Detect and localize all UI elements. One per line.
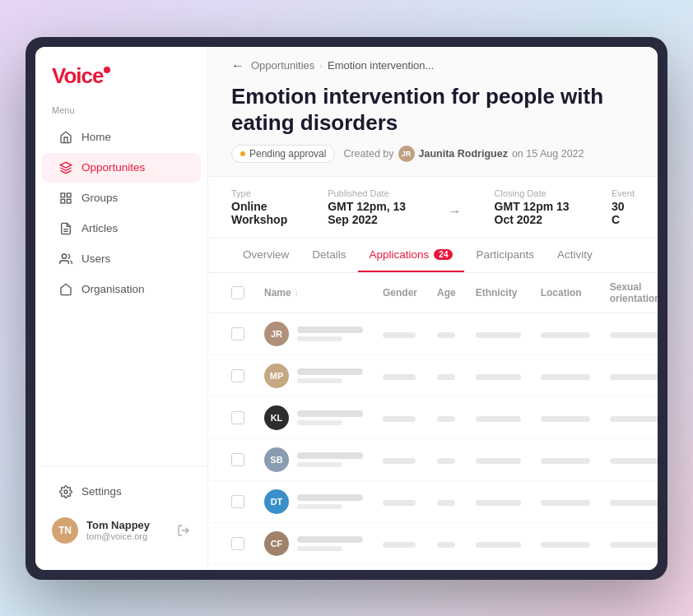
status-badge: Pending approval	[231, 145, 335, 163]
cell-ethnicity	[476, 332, 521, 338]
breadcrumb-parent[interactable]: Opportunities	[251, 59, 314, 72]
table-row[interactable]: JR	[208, 313, 658, 354]
tab-details-label: Details	[312, 248, 346, 261]
tabs-bar: Overview Details Applications 24 Partici…	[208, 239, 658, 273]
sidebar-item-organisation[interactable]: Organisation	[42, 275, 201, 304]
tab-applications[interactable]: Applications 24	[358, 239, 465, 272]
row-checkbox[interactable]	[231, 495, 244, 508]
sidebar-item-label-organisation: Organisation	[81, 283, 145, 295]
user-profile[interactable]: TN Tom Nappey tom@voice.org	[35, 507, 207, 553]
detail-event: Event 30 C	[612, 188, 635, 226]
name-line-secondary	[297, 378, 342, 383]
user-name: Tom Nappey	[86, 519, 168, 531]
cell-age	[437, 500, 455, 506]
logo-text: Voice	[52, 63, 103, 89]
back-button[interactable]: ←	[231, 58, 244, 73]
row-avatar: KL	[264, 405, 289, 430]
closing-value: GMT 12pm 13 Oct 2022	[495, 200, 579, 226]
user-info: Tom Nappey tom@voice.org	[86, 519, 168, 541]
sidebar-item-label-home: Home	[81, 131, 111, 143]
event-value: 30 C	[612, 200, 635, 226]
cell-sexual-orientation	[610, 542, 658, 548]
name-line-secondary	[297, 336, 342, 341]
creator-avatar: JR	[398, 146, 415, 162]
details-bar: Type Online Workshop Published Date GMT …	[208, 176, 658, 239]
cell-sexual-orientation	[610, 332, 658, 338]
cell-location	[541, 416, 590, 422]
col-ethnicity: Ethnicity	[466, 273, 531, 313]
created-label: Created by	[343, 148, 393, 160]
tab-participants[interactable]: Participants	[464, 239, 546, 272]
row-checkbox[interactable]	[231, 453, 244, 466]
org-icon	[58, 282, 73, 297]
svg-point-7	[62, 254, 66, 258]
row-checkbox[interactable]	[231, 327, 244, 340]
row-checkbox[interactable]	[231, 537, 244, 550]
col-name[interactable]: Name ↓	[254, 273, 373, 313]
cell-location	[541, 500, 590, 506]
sidebar-item-label-groups: Groups	[81, 192, 118, 204]
table-row[interactable]: CF	[208, 522, 658, 564]
settings-item[interactable]: Settings	[42, 477, 201, 507]
select-all-checkbox[interactable]	[231, 286, 244, 299]
event-label: Event	[612, 188, 635, 198]
file-icon	[58, 221, 73, 236]
name-placeholder	[297, 452, 363, 467]
sidebar-item-users[interactable]: Users	[42, 244, 201, 274]
table-row[interactable]: DT	[208, 480, 658, 522]
main-content: ← Opportunities › Emotion intervention..…	[208, 47, 658, 570]
cell-sexual-orientation	[610, 374, 658, 380]
cell-gender	[383, 374, 416, 380]
row-avatar: SB	[264, 447, 289, 472]
name-cell: SB	[264, 447, 363, 472]
cell-age	[437, 416, 455, 422]
type-value: Online Workshop	[231, 200, 295, 226]
tab-applications-badge: 24	[434, 249, 453, 260]
svg-rect-2	[67, 193, 71, 197]
page-meta: Pending approval Created by JR Jaunita R…	[231, 145, 635, 163]
cell-ethnicity	[476, 416, 521, 422]
table-row[interactable]: RW	[208, 564, 658, 570]
col-location: Location	[531, 273, 600, 313]
table-row[interactable]: KL	[208, 396, 658, 438]
row-checkbox[interactable]	[231, 411, 244, 424]
table-row[interactable]: MP	[208, 354, 658, 396]
cell-ethnicity	[476, 458, 521, 464]
table-row[interactable]: SB	[208, 438, 658, 480]
name-line-primary	[297, 410, 363, 417]
cell-gender	[383, 332, 416, 338]
user-email: tom@voice.org	[86, 531, 168, 541]
name-line-secondary	[297, 504, 342, 509]
layers-icon	[58, 160, 73, 175]
page-title: Emotion intervention for people with eat…	[231, 83, 635, 137]
tab-overview[interactable]: Overview	[231, 239, 300, 272]
grid-icon	[58, 191, 73, 206]
created-by-text: Created by JR Jaunita Rodriguez on 15 Au…	[343, 146, 584, 162]
col-sexual-orientation: Sexual orientation	[600, 273, 658, 313]
sidebar-item-opportunities[interactable]: Opportunites	[42, 153, 201, 183]
cell-gender	[383, 500, 416, 506]
sidebar-item-home[interactable]: Home	[42, 123, 201, 152]
name-line-secondary	[297, 546, 342, 551]
name-line-primary	[297, 494, 363, 501]
tab-details[interactable]: Details	[300, 239, 357, 272]
sidebar-item-articles[interactable]: Articles	[42, 214, 201, 243]
detail-published: Published Date GMT 12pm, 13 Sep 2022	[328, 188, 415, 226]
cell-age	[437, 542, 455, 548]
name-placeholder	[297, 410, 363, 425]
row-checkbox[interactable]	[231, 369, 244, 382]
sidebar: Voice Menu Home	[35, 47, 208, 570]
arrow-right-icon: →	[449, 204, 462, 219]
name-line-primary	[297, 327, 363, 333]
sort-icon: ↓	[295, 288, 299, 297]
avatar: TN	[52, 517, 78, 544]
cell-gender	[383, 458, 416, 464]
logout-icon[interactable]	[176, 523, 191, 538]
svg-marker-0	[60, 162, 71, 168]
cell-gender	[383, 542, 416, 548]
row-avatar: MP	[264, 364, 289, 388]
tab-activity[interactable]: Activity	[546, 239, 604, 272]
sidebar-item-groups[interactable]: Groups	[42, 183, 201, 213]
tab-overview-label: Overview	[243, 248, 289, 261]
name-line-secondary	[297, 462, 342, 467]
